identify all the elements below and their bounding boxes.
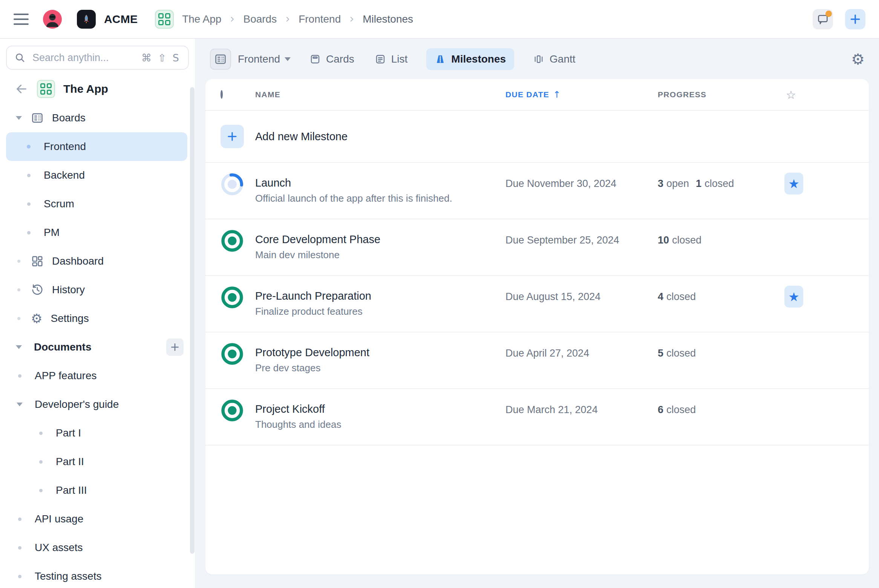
bullet-dot-icon [14,317,23,320]
sidebar-item-documents[interactable]: Documents [0,333,195,361]
table-row[interactable]: Project KickoffThoughts and ideasDue Mar… [205,389,869,446]
breadcrumb-item[interactable]: Frontend [299,13,341,25]
add-milestone-label[interactable]: Add new Milestone [255,130,505,143]
collapse-caret-icon[interactable] [14,345,23,349]
sidebar-item-boards[interactable]: Boards [0,104,195,132]
create-new-button[interactable] [845,9,865,29]
table-row[interactable]: Pre-Launch PreparationFinalize product f… [205,276,869,332]
milestone-title[interactable]: Pre-Launch Preparation [255,289,505,302]
sidebar-item-the-app[interactable]: The App [0,74,195,104]
topbar: ACME The AppBoardsFrontendMilestones [0,0,879,39]
collapse-caret-icon[interactable] [15,403,24,406]
milestone-subtitle: Finalize product features [255,305,505,317]
sidebar-item-frontend[interactable]: Frontend [6,132,187,161]
contrast-icon[interactable] [221,90,223,99]
menu-icon[interactable] [14,14,29,25]
view-settings-gear-icon[interactable]: ⚙ [851,52,865,67]
breadcrumb: The AppBoardsFrontendMilestones [182,13,413,25]
sidebar: ⌘ ⇧ S The App BoardsFrontendBackendScrum… [0,39,195,588]
search-icon [14,52,26,63]
sidebar-item-developer-s-guide[interactable]: Developer's guide [0,390,195,419]
sidebar-item-part-ii[interactable]: Part II [0,447,195,476]
milestone-subtitle: Official launch of the app after this is… [255,192,505,204]
workspace-name[interactable]: ACME [104,13,138,26]
milestone-subtitle: Main dev milestone [255,249,505,261]
milestone-due-date: Due March 21, 2024 [505,389,658,416]
milestone-title[interactable]: Project Kickoff [255,403,505,415]
bullet-dot-icon [15,546,24,550]
add-milestone-row[interactable]: Add new Milestone [205,111,869,163]
bullet-dot-icon [15,518,24,521]
sidebar-item-settings[interactable]: ⚙Settings [0,304,195,333]
search-input[interactable] [32,52,141,64]
progress-segment: 3open [658,178,689,190]
board-icon [214,53,227,66]
search-box[interactable]: ⌘ ⇧ S [6,46,189,70]
add-milestone-plus-icon[interactable] [221,125,244,148]
sidebar-item-api-usage[interactable]: API usage [0,505,195,533]
tab-gantt[interactable]: Gantt [531,48,577,70]
sidebar-item-label: API usage [35,513,83,525]
sidebar-item-part-iii[interactable]: Part III [0,476,195,505]
board-switcher[interactable] [210,49,231,70]
sidebar-item-dashboard[interactable]: Dashboard [0,247,195,276]
back-arrow-icon[interactable] [15,83,28,95]
milestone-star-button[interactable]: ★ [784,173,803,194]
tab-cards[interactable]: Cards [308,48,356,70]
sidebar-item-label: Part II [56,456,84,468]
milestone-progress: 10closed [658,219,784,246]
milestone-title[interactable]: Launch [255,176,505,189]
sidebar-item-label: Part I [56,427,81,439]
star-icon: ★ [788,291,799,303]
breadcrumb-item[interactable]: Boards [243,13,277,25]
table-row[interactable]: Prototype DevelopmentPre dev stagesDue A… [205,332,869,389]
workspace-icon[interactable] [77,10,96,29]
table-row[interactable]: LaunchOfficial launch of the app after t… [205,163,869,219]
board-switcher-label[interactable]: Frontend [238,53,280,65]
column-header-name[interactable]: NAME [255,90,505,99]
user-avatar[interactable] [43,10,62,29]
column-header-progress[interactable]: PROGRESS [658,90,784,99]
table-row[interactable]: Core Development PhaseMain dev milestone… [205,219,869,276]
tab-list[interactable]: List [373,48,409,70]
bullet-dot-icon [24,202,33,206]
sidebar-item-scrum[interactable]: Scrum [0,190,195,218]
tab-label: Cards [326,53,354,65]
milestone-progress: 6closed [658,389,784,416]
sidebar-item-history[interactable]: History [0,276,195,304]
milestone-progress: 3open1closed [658,163,784,190]
sidebar-item-pm[interactable]: PM [0,218,195,247]
notifications-button[interactable] [813,9,833,29]
tab-label: Gantt [550,53,575,65]
breadcrumb-item[interactable]: Milestones [363,13,413,25]
sidebar-item-backend[interactable]: Backend [0,161,195,190]
bullet-dot-icon [14,288,23,291]
column-header-due-date[interactable]: DUE DATE↑ [505,89,658,100]
add-document-button[interactable] [166,338,184,356]
sidebar-item-part-i[interactable]: Part I [0,419,195,447]
chevron-down-icon[interactable] [285,57,291,61]
sidebar-item-app-features[interactable]: APP features [0,361,195,390]
milestones-table: NAME DUE DATE↑ PROGRESS ☆ Add new Milest… [205,79,869,574]
milestone-title[interactable]: Core Development Phase [255,233,505,246]
tab-label: Milestones [451,53,506,65]
tab-milestones[interactable]: Milestones [426,48,514,70]
gantt-icon [533,54,544,65]
sidebar-item-ux-assets[interactable]: UX assets [0,533,195,562]
collapse-caret-icon[interactable] [14,116,23,120]
sidebar-item-label: Scrum [44,198,74,210]
milestone-subtitle: Pre dev stages [255,362,505,374]
milestone-star-button[interactable]: ★ [784,286,803,308]
bullet-dot-icon [14,260,23,263]
breadcrumb-item[interactable]: The App [182,13,221,25]
milestone-due-date: Due September 25, 2024 [505,219,658,246]
sidebar-tree: The App BoardsFrontendBackendScrumPMDash… [0,74,195,588]
project-icon [155,10,174,29]
view-toolbar: Frontend CardsListMilestonesGantt ⚙ [195,39,879,79]
sidebar-scrollbar[interactable] [190,87,194,554]
sidebar-item-testing-assets[interactable]: Testing assets [0,562,195,588]
star-column-icon[interactable]: ☆ [786,88,796,101]
milestone-title[interactable]: Prototype Development [255,346,505,359]
table-header-row: NAME DUE DATE↑ PROGRESS ☆ [205,79,869,111]
milestone-subtitle: Thoughts and ideas [255,418,505,430]
